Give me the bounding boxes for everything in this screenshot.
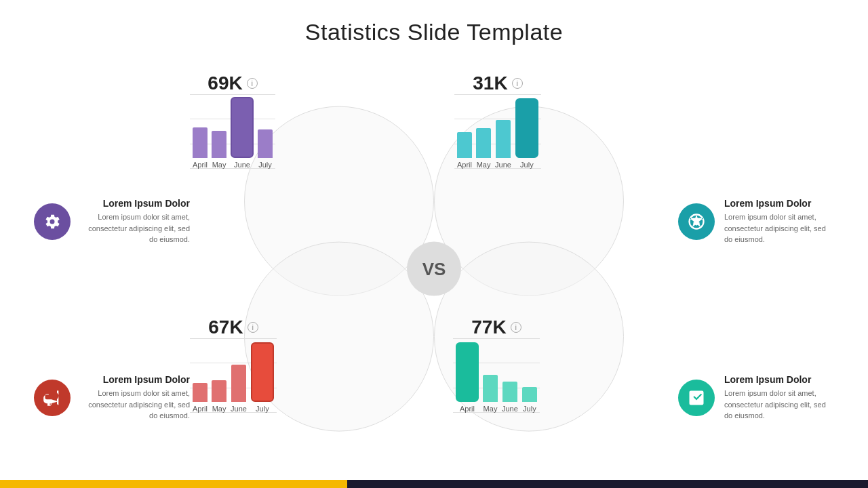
bar-group: May bbox=[476, 128, 491, 169]
bar bbox=[193, 383, 208, 402]
bottom-bar bbox=[0, 480, 868, 488]
bar bbox=[212, 131, 226, 158]
bar-label: April bbox=[460, 405, 475, 413]
bar-label: April bbox=[457, 161, 472, 169]
bar-label: July bbox=[258, 161, 272, 169]
bar bbox=[258, 129, 273, 158]
bar-label: April bbox=[193, 161, 208, 169]
bar bbox=[522, 387, 537, 402]
bar-label: July bbox=[256, 405, 269, 413]
icon-circle-bottom-right bbox=[678, 380, 715, 416]
bar-group: June bbox=[495, 120, 511, 169]
bar-group: April bbox=[193, 383, 208, 413]
bar-group: April bbox=[457, 132, 472, 169]
icon-circle-top-left bbox=[34, 203, 71, 240]
chart-icon bbox=[687, 388, 706, 407]
bar-label: June bbox=[495, 161, 511, 169]
side-title-top-right: Lorem Ipsum Dolor bbox=[724, 198, 834, 209]
megaphone-icon bbox=[43, 388, 62, 407]
bar-highlighted bbox=[515, 98, 538, 158]
info-icon-top-right: i bbox=[512, 78, 523, 89]
bar-group: May bbox=[212, 380, 226, 413]
bar-highlighted bbox=[231, 97, 254, 158]
bar-label: May bbox=[477, 161, 491, 169]
bar-group: June bbox=[231, 365, 247, 413]
bar-chart-bottom-left: April May June July bbox=[190, 338, 277, 413]
bar bbox=[231, 365, 246, 402]
side-title-bottom-left: Lorem Ipsum Dolor bbox=[80, 374, 190, 385]
bar-label: April bbox=[193, 405, 208, 413]
side-body-bottom-right: Lorem ipsum dolor sit amet, consectetur … bbox=[724, 388, 834, 422]
bar-chart-bottom-right: April May June July bbox=[453, 338, 540, 413]
side-title-bottom-right: Lorem Ipsum Dolor bbox=[724, 374, 834, 385]
stat-bottom-right: 77K i bbox=[471, 317, 521, 338]
stat-bottom-left: 67K i bbox=[208, 317, 258, 338]
side-text-bottom-left: Lorem Ipsum Dolor Lorem ipsum dolor sit … bbox=[80, 374, 190, 422]
bar-label: May bbox=[484, 405, 498, 413]
bar-highlighted bbox=[251, 342, 274, 402]
side-body-top-left: Lorem ipsum dolor sit amet, consectetur … bbox=[80, 211, 190, 245]
icon-circle-top-right bbox=[678, 203, 715, 240]
chart-panel-top-left: 69K i April May bbox=[190, 73, 275, 169]
bar-group: July bbox=[522, 387, 537, 413]
bar-group: June bbox=[502, 382, 518, 413]
info-icon-bottom-right: i bbox=[511, 322, 521, 333]
icon-circle-bottom-left bbox=[34, 380, 71, 416]
bar-label: May bbox=[212, 405, 226, 413]
side-text-top-left: Lorem Ipsum Dolor Lorem ipsum dolor sit … bbox=[80, 198, 190, 245]
bar-group: June bbox=[231, 97, 254, 169]
bar-group: July bbox=[515, 98, 538, 169]
info-icon-top-left: i bbox=[247, 78, 258, 89]
scale-icon bbox=[687, 212, 706, 231]
bar-label: June bbox=[231, 405, 247, 413]
bar-group: May bbox=[483, 375, 498, 413]
bar-group: April bbox=[456, 342, 479, 413]
bottom-bar-dark bbox=[347, 480, 868, 488]
bar-label: May bbox=[212, 161, 226, 169]
bar bbox=[212, 380, 226, 402]
bar-label: June bbox=[234, 161, 250, 169]
side-panel-top-right: Lorem Ipsum Dolor Lorem ipsum dolor sit … bbox=[678, 198, 834, 245]
bar bbox=[483, 375, 498, 402]
chart-wrapper-top-right: April May June July bbox=[454, 94, 541, 169]
gear-icon bbox=[43, 212, 62, 231]
chart-wrapper-bottom-right: April May June July bbox=[453, 338, 540, 413]
bar bbox=[457, 132, 472, 158]
bar-label: July bbox=[523, 405, 536, 413]
stat-top-right: 31K i bbox=[473, 73, 522, 94]
side-text-bottom-right: Lorem Ipsum Dolor Lorem ipsum dolor sit … bbox=[724, 374, 834, 422]
bar-label: June bbox=[502, 405, 518, 413]
side-body-bottom-left: Lorem ipsum dolor sit amet, consectetur … bbox=[80, 388, 190, 422]
bar-chart-top-left: April May June July bbox=[190, 94, 275, 169]
vs-badge: VS bbox=[407, 242, 461, 296]
bar-label: July bbox=[520, 161, 534, 169]
bar-chart-top-right: April May June July bbox=[454, 94, 541, 169]
chart-wrapper-bottom-left: April May June July bbox=[190, 338, 277, 413]
bar bbox=[193, 127, 208, 158]
bar bbox=[496, 120, 511, 158]
bottom-bar-yellow bbox=[0, 480, 347, 488]
bar-group: July bbox=[258, 129, 273, 169]
side-panel-bottom-left: Lorem Ipsum Dolor Lorem ipsum dolor sit … bbox=[34, 374, 190, 422]
bar-group: May bbox=[212, 131, 226, 169]
side-body-top-right: Lorem ipsum dolor sit amet, consectetur … bbox=[724, 211, 834, 245]
bar-highlighted bbox=[456, 342, 479, 402]
side-text-top-right: Lorem Ipsum Dolor Lorem ipsum dolor sit … bbox=[724, 198, 834, 245]
side-panel-top-left: Lorem Ipsum Dolor Lorem ipsum dolor sit … bbox=[34, 198, 190, 245]
bar-group: April bbox=[193, 127, 208, 169]
main-content: VS 69K i April bbox=[0, 52, 868, 472]
chart-panel-bottom-right: 77K i April May bbox=[453, 317, 540, 413]
chart-wrapper-top-left: April May June July bbox=[190, 94, 275, 169]
bar bbox=[476, 128, 491, 158]
side-panel-bottom-right: Lorem Ipsum Dolor Lorem ipsum dolor sit … bbox=[678, 374, 834, 422]
page-title: Statistics Slide Template bbox=[0, 0, 868, 45]
chart-panel-top-right: 31K i April May bbox=[454, 73, 541, 169]
bar bbox=[502, 382, 517, 402]
bar-group: July bbox=[251, 342, 274, 413]
slide: Statistics Slide Template VS 69K i bbox=[0, 0, 868, 488]
circles-container: VS bbox=[244, 106, 624, 432]
side-title-top-left: Lorem Ipsum Dolor bbox=[80, 198, 190, 209]
chart-panel-bottom-left: 67K i April May bbox=[190, 317, 277, 413]
info-icon-bottom-left: i bbox=[248, 322, 258, 333]
stat-top-left: 69K i bbox=[208, 73, 257, 94]
